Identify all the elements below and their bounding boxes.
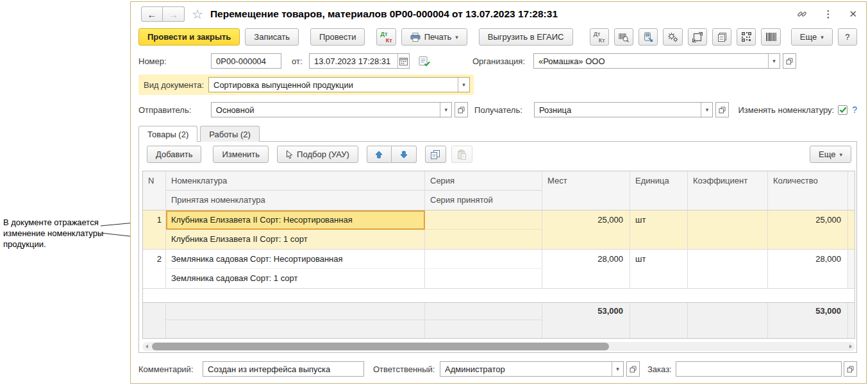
- post-and-close-button[interactable]: Провести и закрыть: [138, 28, 240, 46]
- sender-combo[interactable]: Основной ▾: [211, 102, 452, 117]
- organization-open-button[interactable]: [783, 53, 796, 69]
- toolbar-more-button[interactable]: Еще ▾: [791, 28, 833, 46]
- col-series: Серия: [425, 171, 542, 191]
- vertical-scrollbar-strip: [848, 210, 855, 249]
- table-totals-row: 53,000 53,000: [143, 302, 855, 338]
- order-input[interactable]: [676, 361, 842, 377]
- dtkt-postings-button[interactable]: ДтКт: [376, 28, 396, 46]
- order-open-button[interactable]: [844, 361, 857, 377]
- accepted-series-cell[interactable]: [425, 269, 542, 288]
- dropdown-button[interactable]: ▾: [440, 103, 451, 117]
- scroll-right-arrow-icon[interactable]: [849, 345, 852, 348]
- nav-back-button[interactable]: ←: [141, 6, 163, 22]
- dropdown-button[interactable]: ▾: [458, 78, 469, 92]
- accepted-nomenclature-cell[interactable]: Клубника Елизавета II Сорт: 1 сорт: [166, 230, 425, 249]
- change-nomenclature-checkbox[interactable]: [838, 105, 847, 115]
- number-label: Номер:: [138, 56, 211, 66]
- comment-input-field[interactable]: [203, 362, 363, 376]
- unload-egais-button[interactable]: Выгрузить в ЕГАИС: [479, 28, 573, 46]
- receiver-combo[interactable]: Розница ▾: [534, 102, 714, 117]
- nomenclature-cell[interactable]: Земляника садовая Сорт: Несортированная: [166, 250, 425, 269]
- write-button[interactable]: Записать: [245, 28, 299, 46]
- frame-arrows-button[interactable]: [688, 28, 707, 46]
- row-number-cell[interactable]: 2: [143, 250, 166, 288]
- col-quantity: Количество: [768, 171, 848, 210]
- barcode-button[interactable]: [761, 28, 780, 46]
- move-down-button[interactable]: [392, 146, 417, 163]
- move-up-button[interactable]: [367, 146, 392, 163]
- dropdown-button[interactable]: ▾: [768, 54, 780, 68]
- document-check-icon[interactable]: [419, 56, 430, 67]
- help-button[interactable]: ?: [838, 28, 857, 46]
- quantity-cell[interactable]: 28,000: [768, 250, 848, 288]
- receiver-open-button[interactable]: [715, 102, 729, 117]
- tab-works[interactable]: Работы (2): [200, 126, 260, 142]
- documents-stack-button[interactable]: [712, 28, 731, 46]
- unit-cell[interactable]: шт: [630, 210, 688, 249]
- close-icon[interactable]: ✕: [849, 8, 857, 20]
- calendar-button[interactable]: [397, 54, 409, 68]
- dropdown-button[interactable]: ▾: [612, 362, 623, 376]
- date-input[interactable]: [309, 53, 410, 69]
- post-button[interactable]: Провести: [310, 28, 365, 46]
- paste-rows-button[interactable]: [451, 146, 472, 163]
- favorite-star-icon[interactable]: ☆: [192, 6, 203, 22]
- nomenclature-cell[interactable]: Клубника Елизавета II Сорт: Несортирован…: [166, 210, 425, 230]
- tab-goods[interactable]: Товары (2): [138, 126, 197, 142]
- barcode-magnifier-icon: [618, 32, 629, 42]
- order-input-field[interactable]: [676, 362, 841, 376]
- comment-input[interactable]: [203, 361, 364, 377]
- edit-row-button[interactable]: Изменить: [213, 146, 269, 163]
- table-row: 2 Земляника садовая Сорт: Несортированна…: [143, 250, 855, 289]
- table-toolbar: Добавить Изменить Подбор (УАУ): [139, 142, 856, 163]
- mest-cell[interactable]: 25,000: [542, 210, 630, 249]
- date-input-field[interactable]: [310, 54, 397, 68]
- row-number-cell[interactable]: 1: [143, 210, 166, 249]
- horizontal-scrollbar-thumb[interactable]: [152, 343, 609, 350]
- change-nomenclature-help-link[interactable]: ?: [852, 105, 857, 115]
- copy-rows-button[interactable]: [425, 146, 446, 163]
- add-row-button[interactable]: Добавить: [147, 146, 201, 163]
- link-icon[interactable]: [797, 9, 807, 19]
- series-cell[interactable]: [425, 250, 542, 269]
- data-terminal-button[interactable]: [638, 28, 658, 46]
- coefficient-cell[interactable]: [688, 210, 768, 249]
- responsible-label: Ответственный:: [373, 364, 440, 374]
- nav-forward-button[interactable]: →: [163, 6, 185, 22]
- scroll-left-arrow-icon[interactable]: [146, 345, 148, 348]
- coefficient-cell[interactable]: [688, 250, 768, 288]
- responsible-combo[interactable]: Администратор ▾: [440, 361, 624, 377]
- unit-cell[interactable]: шт: [630, 250, 688, 288]
- header-row-1: Номер: от: Организация: «Ромашк: [138, 53, 857, 69]
- sender-label: Отправитель:: [138, 105, 211, 115]
- col-unit: Единица: [630, 171, 688, 210]
- quantity-cell[interactable]: 25,000: [768, 210, 848, 249]
- responsible-open-button[interactable]: [626, 361, 640, 377]
- qr-code-button[interactable]: [737, 28, 756, 46]
- dropdown-button[interactable]: ▾: [701, 103, 712, 117]
- col-coefficient: Коэффициент: [688, 171, 768, 210]
- mest-cell[interactable]: 28,000: [542, 250, 630, 288]
- more-menu-icon[interactable]: ⋮: [823, 8, 833, 20]
- barcode-search-button[interactable]: [614, 28, 633, 46]
- accepted-series-cell[interactable]: [425, 230, 542, 249]
- gears-icon: [667, 32, 678, 42]
- sender-open-button[interactable]: [455, 102, 468, 117]
- main-toolbar: Провести и закрыть Записать Провести ДтК…: [131, 26, 866, 49]
- number-input[interactable]: [211, 53, 281, 69]
- receiver-label: Получатель:: [474, 105, 534, 115]
- accepted-nomenclature-cell[interactable]: Земляника садовая Сорт: 1 сорт: [166, 269, 425, 288]
- print-button[interactable]: Печать ▾: [401, 28, 467, 46]
- series-cell[interactable]: [425, 210, 542, 230]
- document-kind-combo[interactable]: Сортировка выпущенной продукции ▾: [208, 77, 470, 92]
- col-n: N: [143, 171, 166, 210]
- dtkt-gray-button[interactable]: ДтКт: [590, 28, 609, 46]
- number-input-field[interactable]: [212, 54, 281, 68]
- cursor-arrow-icon: [286, 150, 293, 159]
- pick-button[interactable]: Подбор (УАУ): [277, 146, 358, 163]
- horizontal-scrollbar[interactable]: [142, 342, 855, 351]
- page-title: Перемещение товаров, материалов 0Р00-000…: [210, 8, 558, 20]
- table-more-button[interactable]: Еще ▾: [810, 146, 851, 163]
- settings-button[interactable]: [663, 28, 682, 46]
- organization-combo[interactable]: «Ромашка» ООО ▾: [533, 53, 780, 69]
